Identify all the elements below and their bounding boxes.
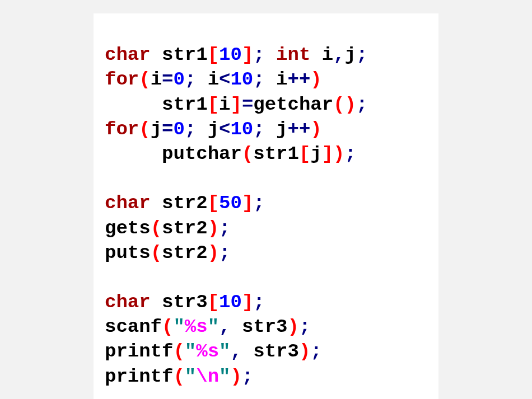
code-token: i	[151, 69, 162, 90]
code-token: "	[185, 366, 196, 387]
code-token: ;	[345, 143, 356, 165]
code-token: char	[105, 292, 151, 313]
code-token: ;	[185, 69, 196, 90]
code-token: [	[208, 193, 219, 214]
code-token: =	[162, 69, 173, 90]
code-token: ;	[185, 119, 196, 140]
code-block: char str1[10]; int i,j;for(i=0; i<10; i+…	[94, 13, 438, 399]
code-token: ]	[322, 143, 333, 165]
code-token: printf	[105, 341, 173, 362]
code-token: getchar	[253, 94, 333, 115]
code-token: 10	[219, 44, 242, 65]
code-token	[242, 341, 253, 362]
code-token: )	[345, 94, 356, 115]
code-token: ;	[356, 94, 367, 115]
code-token: )	[310, 119, 321, 140]
code-token: j	[151, 119, 162, 140]
code-token: ;	[299, 316, 310, 337]
code-token: for	[105, 69, 139, 90]
code-token: )	[310, 69, 321, 90]
code-line: putchar(str1[j]);	[105, 142, 427, 166]
code-token: "	[185, 341, 196, 362]
code-token: ;	[356, 44, 367, 65]
code-token: putchar	[162, 143, 242, 165]
code-token: i	[208, 69, 219, 90]
code-token: ]	[242, 292, 253, 313]
code-token: )	[333, 143, 344, 165]
code-token: ]	[242, 193, 253, 214]
code-token: [	[208, 44, 219, 65]
code-token: ]	[242, 44, 253, 65]
code-token: ;	[253, 193, 264, 214]
code-line: char str2[50];	[105, 191, 427, 215]
code-line: gets(str2);	[105, 216, 427, 241]
code-token	[230, 316, 241, 337]
code-token: (	[139, 119, 150, 140]
code-token: ]	[230, 94, 241, 115]
code-token: 50	[219, 193, 242, 214]
code-token: j	[276, 119, 287, 140]
code-token: str2	[162, 218, 208, 239]
code-token: scanf	[105, 316, 162, 337]
code-token: (	[333, 94, 344, 115]
code-token: str2	[162, 193, 208, 214]
code-token: )	[208, 242, 219, 264]
code-token	[196, 119, 207, 140]
code-token: for	[105, 119, 139, 140]
code-token: )	[288, 316, 299, 337]
code-token: )	[299, 341, 310, 362]
code-token: i	[276, 69, 287, 90]
code-token: str1	[162, 94, 208, 115]
code-line: for(j=0; j<10; j++)	[105, 117, 427, 142]
code-token: 0	[173, 119, 184, 140]
code-token	[265, 44, 276, 65]
code-token: "	[219, 341, 230, 362]
code-token: \n	[196, 366, 219, 387]
code-token: (	[151, 242, 162, 264]
code-token: (	[173, 341, 184, 362]
code-token: "	[173, 316, 184, 337]
code-token: ;	[253, 44, 264, 65]
code-token: str3	[242, 316, 288, 337]
code-token: char	[105, 44, 151, 65]
code-token: (	[151, 218, 162, 239]
code-token: ++	[288, 69, 311, 90]
code-token: (	[162, 316, 173, 337]
code-token: ;	[219, 218, 230, 239]
code-token: ;	[242, 366, 253, 387]
code-line: printf("%s", str3);	[105, 339, 427, 364]
code-token: )	[230, 366, 241, 387]
code-token: gets	[105, 218, 151, 239]
code-token: ;	[253, 69, 264, 90]
code-token: int	[276, 44, 310, 65]
code-line: printf("\n");	[105, 364, 427, 389]
code-token: 0	[173, 69, 184, 90]
code-token: puts	[105, 242, 151, 264]
code-token: )	[208, 218, 219, 239]
code-line: char str1[10]; int i,j;	[105, 43, 427, 67]
code-line: char str3[10];	[105, 290, 427, 314]
code-token	[265, 119, 276, 140]
code-token	[310, 44, 321, 65]
code-line: puts(str2);	[105, 241, 427, 265]
code-token: ;	[253, 119, 264, 140]
code-token: str3	[162, 292, 208, 313]
code-token: ;	[310, 341, 321, 362]
code-token: =	[242, 94, 253, 115]
code-token: ++	[288, 119, 311, 140]
code-token: [	[208, 292, 219, 313]
code-token	[151, 292, 162, 313]
code-line	[105, 265, 427, 290]
code-line: scanf("%s", str3);	[105, 314, 427, 339]
code-token	[151, 193, 162, 214]
code-token: ;	[253, 292, 264, 313]
code-token: i	[219, 94, 230, 115]
code-token: ;	[219, 242, 230, 264]
code-token	[265, 69, 276, 90]
code-token: "	[219, 366, 230, 387]
code-token: <	[219, 119, 230, 140]
code-token: [	[208, 94, 219, 115]
code-token: char	[105, 193, 151, 214]
code-line: str1[i]=getchar();	[105, 92, 427, 117]
code-token: 10	[230, 119, 253, 140]
